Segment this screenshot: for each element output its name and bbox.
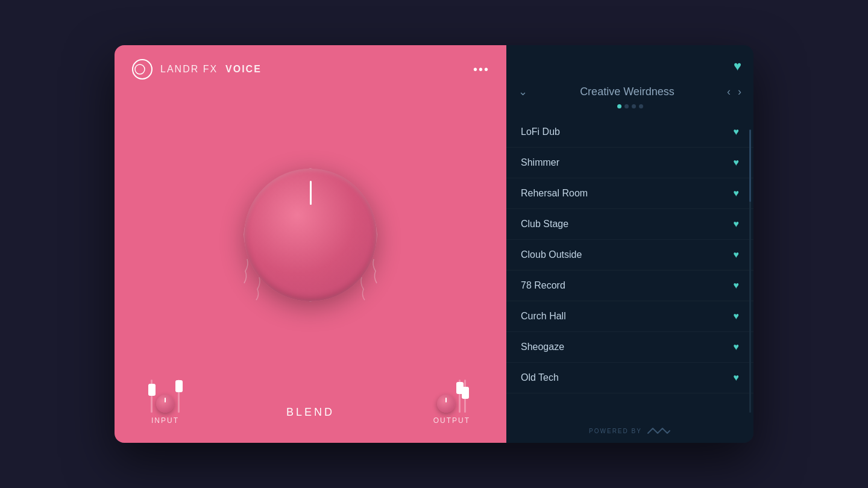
- preset-item-name: Old Tech: [521, 372, 559, 383]
- output-knob-indicator: [445, 398, 447, 402]
- favorite-button[interactable]: ♥: [734, 58, 741, 74]
- input-knob-indicator: [165, 398, 166, 402]
- app-title: LANDR FX VOICE: [160, 64, 262, 75]
- output-control: OUTPUT: [433, 377, 470, 425]
- preset-item-name: Sheogaze: [521, 342, 564, 352]
- preset-heart-icon[interactable]: ♥: [734, 342, 740, 352]
- output-label: OUTPUT: [433, 416, 470, 425]
- input-knob[interactable]: [156, 395, 174, 413]
- scrollbar-track: [749, 130, 751, 413]
- logo-area: LANDR FX VOICE: [131, 58, 262, 80]
- preset-item-name: Rehersal Room: [521, 188, 588, 199]
- header: LANDR FX VOICE •••: [115, 45, 506, 93]
- preset-item-name: LoFi Dub: [521, 127, 560, 137]
- scrollbar-thumb: [749, 130, 751, 202]
- preset-item[interactable]: Cloub Outside ♥: [506, 240, 753, 271]
- blend-label: BLEND: [286, 406, 335, 419]
- preset-heart-icon[interactable]: ♥: [734, 127, 740, 137]
- footer: POWERED BY: [506, 419, 753, 443]
- dots-indicator: [506, 101, 753, 117]
- preset-heart-icon[interactable]: ♥: [734, 249, 740, 260]
- right-panel: ♥ ⌄ Creative Weirdness ‹ › LoFi Dub ♥ Sh…: [506, 45, 753, 443]
- input-label: INPUT: [151, 416, 179, 425]
- logo-icon: [131, 58, 153, 80]
- preset-item-name: Curch Hall: [521, 311, 566, 322]
- preset-item-name: Club Stage: [521, 219, 568, 230]
- preset-item[interactable]: 78 Record ♥: [506, 271, 753, 301]
- preset-item[interactable]: Old Tech ♥: [506, 363, 753, 393]
- app-window: LANDR FX VOICE •••: [115, 45, 753, 443]
- preset-heart-icon[interactable]: ♥: [734, 219, 740, 230]
- svg-point-1: [135, 64, 145, 74]
- preset-item-name: 78 Record: [521, 280, 565, 291]
- preset-nav: ⌄ Creative Weirdness ‹ ›: [506, 79, 753, 101]
- dot-1: [617, 104, 621, 108]
- blend-knob[interactable]: [244, 169, 377, 301]
- output-fader-track-2[interactable]: [464, 380, 466, 413]
- blend-knob-container: [220, 145, 401, 325]
- brand-name: LANDR FX: [160, 64, 218, 74]
- preset-heart-icon[interactable]: ♥: [734, 311, 740, 322]
- preset-item[interactable]: Rehersal Room ♥: [506, 178, 753, 209]
- preset-item-name: Shimmer: [521, 157, 559, 168]
- knob-indicator: [310, 181, 312, 205]
- current-preset-name: Creative Weirdness: [535, 86, 720, 98]
- input-faders: [151, 377, 180, 413]
- preset-item[interactable]: Sheogaze ♥: [506, 332, 753, 363]
- input-fader-track-2[interactable]: [178, 380, 180, 413]
- chevron-down-icon[interactable]: ⌄: [518, 85, 527, 98]
- dot-3: [632, 104, 636, 108]
- knob-area: [115, 93, 506, 377]
- preset-item[interactable]: Shimmer ♥: [506, 148, 753, 178]
- dot-2: [624, 104, 629, 108]
- powered-by-label: POWERED BY: [589, 428, 642, 434]
- powered-logo: [647, 426, 671, 436]
- svg-point-0: [133, 60, 152, 79]
- input-fader-track-1[interactable]: [151, 380, 153, 413]
- left-panel: LANDR FX VOICE •••: [115, 45, 506, 443]
- prev-preset-button[interactable]: ‹: [727, 86, 731, 98]
- preset-heart-icon[interactable]: ♥: [734, 157, 740, 168]
- output-faders: [437, 377, 466, 413]
- output-fader-track-1[interactable]: [459, 380, 461, 413]
- output-knob[interactable]: [437, 395, 455, 413]
- preset-list: LoFi Dub ♥ Shimmer ♥ Rehersal Room ♥ Clu…: [506, 117, 753, 419]
- preset-heart-icon[interactable]: ♥: [734, 188, 740, 199]
- preset-item[interactable]: LoFi Dub ♥: [506, 117, 753, 148]
- preset-heart-icon[interactable]: ♥: [734, 280, 740, 291]
- next-preset-button[interactable]: ›: [738, 86, 741, 98]
- preset-heart-icon[interactable]: ♥: [734, 372, 740, 383]
- menu-button[interactable]: •••: [473, 63, 489, 77]
- dot-4: [639, 104, 643, 108]
- right-header: ♥: [506, 45, 753, 79]
- preset-item-name: Cloub Outside: [521, 249, 582, 260]
- preset-item[interactable]: Club Stage ♥: [506, 209, 753, 240]
- input-control: INPUT: [151, 377, 180, 425]
- product-name: VOICE: [225, 64, 262, 74]
- preset-item[interactable]: Curch Hall ♥: [506, 301, 753, 332]
